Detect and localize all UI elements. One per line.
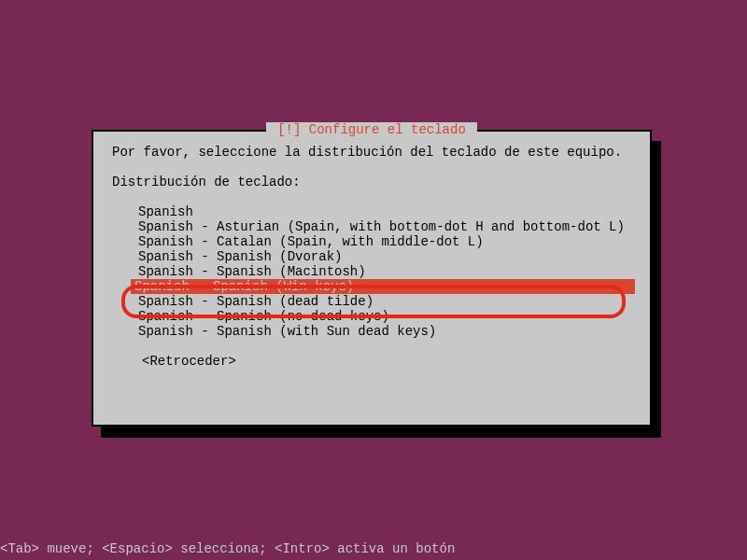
list-item[interactable]: Spanish (134, 204, 631, 219)
list-item[interactable]: Spanish - Spanish (dead tilde) (134, 294, 631, 309)
keyboard-layout-list[interactable]: Spanish Spanish - Asturian (Spain, with … (134, 204, 631, 339)
list-item[interactable]: Spanish - Spanish (Macintosh) (134, 264, 631, 279)
list-item[interactable]: Spanish - Asturian (Spain, with bottom-d… (134, 219, 631, 234)
dialog-title-wrap: [!] Configure el teclado (93, 122, 650, 137)
spacer (112, 160, 631, 175)
list-item[interactable]: Spanish - Catalan (Spain, with middle-do… (134, 234, 631, 249)
spacer (112, 339, 631, 354)
configure-keyboard-dialog: [!] Configure el teclado Por favor, sele… (92, 130, 652, 427)
status-bar: <Tab> mueve; <Espacio> selecciona; <Intr… (0, 541, 455, 556)
spacer (112, 189, 631, 204)
list-item-selected[interactable]: Spanish - Spanish (Win keys) (131, 279, 635, 294)
instruction-text: Por favor, seleccione la distribución de… (112, 145, 631, 160)
list-item[interactable]: Spanish - Spanish (Dvorak) (134, 249, 631, 264)
back-button[interactable]: <Retroceder> (142, 354, 631, 369)
list-item[interactable]: Spanish - Spanish (no dead keys) (134, 309, 631, 324)
dialog-title: [!] Configure el teclado (266, 122, 477, 137)
list-item[interactable]: Spanish - Spanish (with Sun dead keys) (134, 324, 631, 339)
prompt-label: Distribución de teclado: (112, 175, 631, 189)
